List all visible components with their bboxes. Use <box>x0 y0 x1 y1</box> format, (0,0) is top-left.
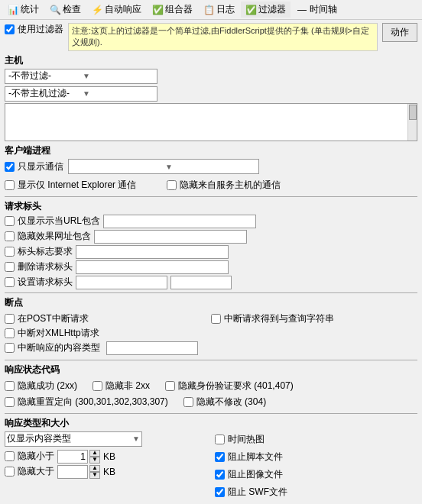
toolbar-timeline[interactable]: — 时间轴 <box>292 2 342 18</box>
hide-auth-label: 隐藏身份验证要求 (401,407) <box>178 380 294 393</box>
delete-header-input[interactable] <box>76 260 229 274</box>
toolbar-log[interactable]: 📋 日志 <box>199 2 239 18</box>
hide-redirect-checkbox[interactable] <box>5 397 15 407</box>
small-spin-down[interactable]: ▼ <box>89 457 100 464</box>
post-request-checkbox[interactable] <box>5 314 15 324</box>
set-header-label: 设置请求标头 <box>18 276 73 289</box>
small-value-input[interactable]: 1 <box>57 450 88 464</box>
divider1 <box>5 196 417 197</box>
content-type-checkbox[interactable] <box>5 343 15 353</box>
content-type-select[interactable]: 仅显示内容类型 ▼ <box>5 431 142 447</box>
hide-304-row: 隐藏不修改 (304) <box>183 396 266 409</box>
show-url-input[interactable] <box>103 215 256 228</box>
ie-only-row: 显示仅 Internet Explorer 通信 <box>5 179 136 192</box>
delete-header-row: 删除请求标头 <box>5 260 417 274</box>
time-heatmap-row: 时间热图 <box>215 433 417 446</box>
delete-header-checkbox[interactable] <box>5 262 15 272</box>
action-button[interactable]: 动作 <box>382 23 417 42</box>
main-content: 使用过滤器 注意:这页上的过滤器是一个简单过滤,由FiddlerScript提供… <box>0 20 422 504</box>
toolbar-autoresponse[interactable]: ⚡ 自动响应 <box>87 2 146 18</box>
toolbar-inspect[interactable]: 🔍 检查 <box>45 2 86 18</box>
time-heatmap-checkbox[interactable] <box>215 435 225 444</box>
post-request-label: 在POST中断请求 <box>18 312 89 325</box>
request-headers-section: 请求标头 仅显示示当URL包含 隐藏效果网址包含 标头标志要求 删除请求标头 设… <box>5 200 417 289</box>
host-textarea[interactable] <box>5 103 417 141</box>
hide-auth-checkbox[interactable] <box>165 381 175 391</box>
flag-request-checkbox[interactable] <box>5 247 15 257</box>
hide-large-checkbox[interactable] <box>5 467 15 477</box>
toolbar-log-label: 日志 <box>216 3 235 16</box>
hide-redirect-label: 隐藏重置定向 (300,301,302,303,307) <box>18 396 168 409</box>
toolbar-filters-label: 过滤器 <box>258 3 286 16</box>
use-filter-row: 使用过滤器 <box>5 23 63 36</box>
bp-two-col: 在POST中断请求 中断对XMLHttp请求 中断响应的内容类型 中断请求得到与… <box>5 311 417 357</box>
autoresponse-icon: ⚡ <box>92 5 102 15</box>
flag-request-input[interactable] <box>76 245 229 259</box>
hide-url-label: 隐藏效果网址包含 <box>18 230 91 243</box>
ie-only-checkbox[interactable] <box>5 180 15 190</box>
content-type-input[interactable] <box>106 341 198 355</box>
toolbar-composer-label: 组合器 <box>165 3 193 16</box>
large-spin-buttons: ▲ ▼ <box>89 465 100 479</box>
delete-header-label: 删除请求标头 <box>18 260 73 273</box>
xml-http-row: 中断对XMLHttp请求 <box>5 327 211 340</box>
breakpoints-title: 断点 <box>5 296 417 309</box>
host-title: 主机 <box>5 54 417 67</box>
query-string-checkbox[interactable] <box>211 314 221 324</box>
host-select1[interactable]: -不带过滤- ▼ <box>5 69 157 84</box>
hide-success-row: 隐藏成功 (2xx) <box>5 380 77 393</box>
hide-non2xx-checkbox[interactable] <box>93 381 102 391</box>
hide-url-checkbox[interactable] <box>5 231 15 241</box>
large-value-input[interactable] <box>57 465 88 479</box>
block-image-checkbox[interactable] <box>215 470 225 480</box>
toolbar-stats[interactable]: 📊 统计 <box>3 2 44 18</box>
hide-auth-row: 隐藏身份验证要求 (401,407) <box>165 380 294 393</box>
hide-small-checkbox[interactable] <box>5 451 15 461</box>
toolbar-autoresponse-label: 自动响应 <box>105 3 141 16</box>
block-swf-row: 阻止 SWF文件 <box>215 486 417 499</box>
toolbar-filters[interactable]: ✅ 过滤器 <box>241 2 291 18</box>
query-string-row: 中断请求得到与查询字符串 <box>211 312 417 325</box>
ie-only-label: 显示仅 Internet Explorer 通信 <box>18 179 136 192</box>
small-spinner: 1 ▲ ▼ <box>57 450 100 464</box>
set-header-checkbox[interactable] <box>5 277 15 287</box>
large-spin-down[interactable]: ▼ <box>89 472 100 479</box>
show-url-row: 仅显示示当URL包含 <box>5 215 417 228</box>
client-process-section: 客户端进程 只显示通信 ▼ 显示仅 Internet Explorer 通信 隐… <box>5 144 417 193</box>
block-swf-label: 阻止 SWF文件 <box>228 486 287 499</box>
content-type-label: 中断响应的内容类型 <box>18 341 100 354</box>
toolbar-stats-label: 统计 <box>21 3 39 16</box>
block-script-checkbox[interactable] <box>215 452 225 462</box>
set-header-input2[interactable] <box>170 276 232 289</box>
toolbar-composer[interactable]: ✅ 组合器 <box>148 2 197 18</box>
breakpoints-section: 断点 在POST中断请求 中断对XMLHttp请求 中断响应的内容类型 <box>5 296 417 357</box>
small-spin-buttons: ▲ ▼ <box>89 450 100 464</box>
block-image-label: 阻止图像文件 <box>228 468 283 481</box>
time-heatmap-label: 时间热图 <box>228 433 265 446</box>
note-text: 注意:这页上的过滤器是一个简单过滤,由FiddlerScript提供的子集 (单… <box>68 23 378 51</box>
host-select1-arrow: ▼ <box>81 72 155 80</box>
hide-url-input[interactable] <box>94 230 247 244</box>
block-swf-checkbox[interactable] <box>215 487 225 497</box>
rt-right: 时间热图 阻止脚本文件 阻止图像文件 阻止 SWF文件 <box>215 431 417 500</box>
small-unit: KB <box>103 451 115 462</box>
host-section: 主机 -不带过滤- ▼ -不带主机过滤- ▼ <box>5 54 417 141</box>
hide-304-checkbox[interactable] <box>183 397 193 407</box>
hide-success-checkbox[interactable] <box>5 381 15 391</box>
divider3 <box>5 360 417 360</box>
hide-intranet-checkbox[interactable] <box>167 180 177 190</box>
response-type-section: 响应类型和大小 仅显示内容类型 ▼ 隐藏小于 1 ▲ ▼ <box>5 417 417 500</box>
show-only-select[interactable]: ▼ <box>68 159 259 174</box>
use-filter-checkbox[interactable] <box>5 24 15 34</box>
hide-small-row: 隐藏小于 1 ▲ ▼ KB <box>5 450 207 464</box>
rt-left: 仅显示内容类型 ▼ 隐藏小于 1 ▲ ▼ KB <box>5 431 207 479</box>
set-header-input1[interactable] <box>76 276 167 289</box>
xml-http-checkbox[interactable] <box>5 328 15 338</box>
show-only-checkbox[interactable] <box>5 162 15 172</box>
hide-non2xx-label: 隐藏非 2xx <box>106 380 150 393</box>
host-scrollbar[interactable] <box>407 104 417 141</box>
show-url-checkbox[interactable] <box>5 216 15 226</box>
host-select2[interactable]: -不带主机过滤- ▼ <box>5 86 157 102</box>
xml-http-label: 中断对XMLHttp请求 <box>18 327 99 340</box>
content-type-select-value: 仅显示内容类型 <box>7 432 71 445</box>
